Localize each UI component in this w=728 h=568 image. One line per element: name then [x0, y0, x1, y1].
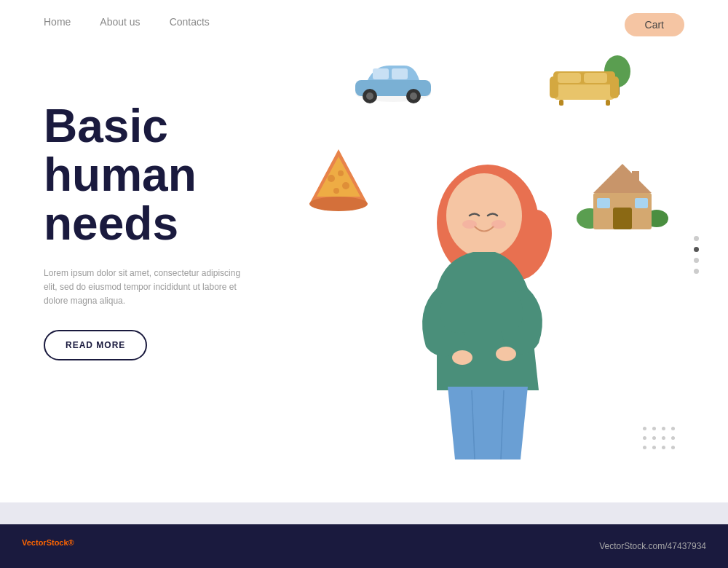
svg-rect-17 [606, 100, 610, 106]
svg-rect-30 [597, 198, 610, 208]
svg-point-38 [452, 350, 472, 365]
nav-about[interactable]: About us [100, 16, 140, 28]
nav-dots [694, 236, 699, 274]
svg-rect-32 [632, 171, 639, 186]
grid-decoration [643, 427, 677, 451]
page-title: Basic human needs [44, 102, 291, 249]
svg-rect-3 [392, 68, 408, 79]
footer-logo: VectorStock® [22, 538, 74, 555]
illustration-area [291, 44, 684, 466]
left-section: Basic human needs Lorem ipsum dolor sit … [44, 44, 291, 466]
svg-rect-15 [584, 73, 607, 83]
svg-marker-24 [317, 157, 360, 197]
svg-rect-29 [613, 208, 632, 229]
dot-1[interactable] [694, 236, 699, 241]
svg-point-5 [366, 92, 373, 100]
dot-4[interactable] [694, 269, 699, 274]
svg-point-37 [491, 220, 506, 229]
svg-rect-14 [558, 73, 581, 83]
svg-point-7 [410, 92, 417, 100]
svg-rect-2 [373, 68, 389, 79]
dot-2[interactable] [694, 247, 699, 252]
pizza-icon [306, 146, 371, 214]
footer-url: VectorStock.com/47437934 [599, 541, 706, 551]
svg-point-39 [496, 347, 516, 361]
subtitle-text: Lorem ipsum dolor sit amet, consectetur … [44, 267, 248, 309]
ground-strip [0, 502, 728, 524]
car-icon [349, 58, 437, 109]
navbar: Home About us Contacts Cart [0, 0, 728, 44]
svg-marker-28 [593, 164, 652, 193]
person-illustration [393, 143, 582, 466]
svg-point-36 [462, 220, 477, 229]
read-more-button[interactable]: READ MORE [44, 330, 147, 360]
cart-button[interactable]: Cart [625, 13, 684, 36]
sofa-icon [546, 51, 641, 112]
svg-point-35 [446, 173, 522, 258]
house-icon [575, 153, 670, 236]
svg-rect-31 [635, 198, 648, 208]
svg-rect-12 [550, 76, 558, 98]
footer-bar: VectorStock® VectorStock.com/47437934 [0, 524, 728, 568]
svg-rect-16 [559, 100, 563, 106]
svg-rect-13 [610, 76, 619, 98]
main-content: Basic human needs Lorem ipsum dolor sit … [0, 44, 728, 466]
nav-contacts[interactable]: Contacts [170, 16, 210, 28]
nav-home[interactable]: Home [44, 16, 71, 28]
svg-point-19 [309, 197, 368, 211]
dot-3[interactable] [694, 258, 699, 263]
